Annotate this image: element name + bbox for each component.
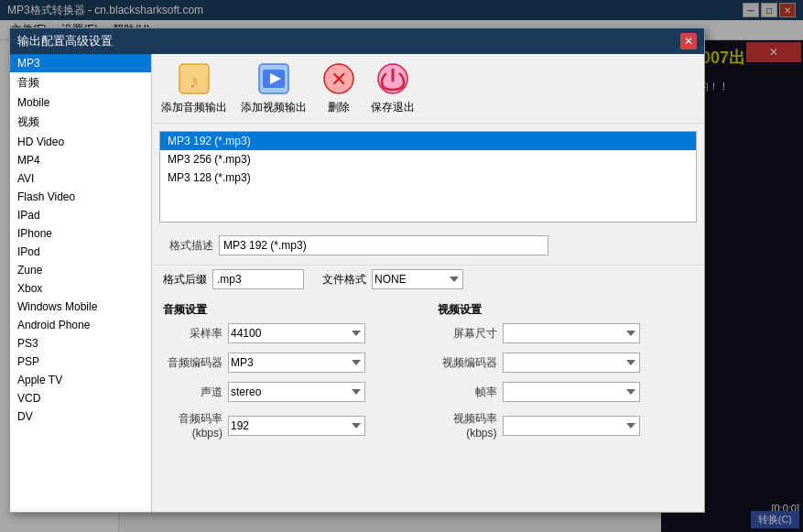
content-panel: ♪ 添加音频输出 添加视频输出	[152, 54, 704, 512]
audio-encoder-select[interactable]: MP3	[228, 353, 365, 373]
list-item[interactable]: IPad	[10, 206, 151, 224]
list-item[interactable]: IPhone	[10, 224, 151, 243]
list-item[interactable]: HD Video	[10, 133, 151, 151]
audio-encoder-row: 音频编码器 MP3	[163, 353, 419, 373]
file-format-select[interactable]: NONE	[372, 269, 463, 289]
sample-rate-select[interactable]: 44100	[228, 323, 365, 343]
audio-settings-title: 音频设置	[163, 302, 419, 318]
screen-size-label: 屏幕尺寸	[438, 326, 497, 342]
output-config-dialog: 输出配置高级设置 ✕ MP3音频Mobile视频HD VideoMP4AVIFl…	[9, 27, 705, 513]
list-item[interactable]: Windows Mobile	[10, 298, 151, 316]
channels-label: 声道	[163, 385, 222, 400]
screen-size-select[interactable]	[503, 323, 640, 343]
dialog-close-btn[interactable]: ✕	[680, 33, 697, 49]
svg-text:✕: ✕	[331, 68, 347, 91]
file-format-label: 文件格式	[322, 272, 366, 288]
video-bitrate-label: 视频码率(kbps)	[438, 411, 497, 440]
list-item[interactable]: Flash Video	[10, 188, 151, 206]
channels-row: 声道 stereo	[163, 382, 419, 402]
add-video-label: 添加视频输出	[241, 100, 307, 115]
channels-select[interactable]: stereo	[228, 382, 365, 402]
video-encoder-label: 视频编码器	[438, 355, 497, 371]
format-list: MP3 192 (*.mp3)MP3 256 (*.mp3)MP3 128 (*…	[159, 131, 697, 223]
format-item[interactable]: MP3 256 (*.mp3)	[160, 150, 696, 168]
list-item[interactable]: Zune	[10, 261, 151, 279]
audio-bitrate-select[interactable]: 192	[228, 416, 365, 436]
video-bitrate-select[interactable]	[503, 416, 640, 436]
save-exit-label: 保存退出	[371, 100, 415, 115]
settings-columns: 音频设置 采样率 44100 音频编码器 MP3 声道	[152, 295, 704, 456]
dialog-body: MP3音频Mobile视频HD VideoMP4AVIFlash VideoIP…	[10, 54, 704, 512]
delete-btn[interactable]: ✕ 删除	[320, 61, 357, 115]
list-item[interactable]: Apple TV	[10, 371, 151, 389]
sample-rate-label: 采样率	[163, 326, 222, 342]
delete-label: 删除	[328, 100, 350, 115]
music-note-icon: ♪	[176, 61, 212, 96]
video-encoder-select[interactable]	[503, 353, 640, 373]
format-item[interactable]: MP3 128 (*.mp3)	[160, 168, 696, 187]
delete-icon: ✕	[320, 61, 357, 96]
desc-input[interactable]	[219, 235, 548, 255]
suffix-input[interactable]	[212, 269, 304, 289]
list-item[interactable]: PS3	[10, 334, 151, 353]
video-encoder-row: 视频编码器	[438, 353, 694, 373]
format-suffix-row: 格式后缀 文件格式 NONE	[152, 269, 704, 295]
video-bitrate-row: 视频码率(kbps)	[438, 411, 694, 440]
sample-rate-row: 采样率 44100	[163, 323, 419, 343]
add-audio-label: 添加音频输出	[161, 100, 227, 115]
save-exit-btn[interactable]: 保存退出	[371, 61, 415, 115]
list-item[interactable]: 音频	[10, 72, 151, 93]
list-item[interactable]: MP4	[10, 151, 151, 169]
film-icon	[255, 61, 292, 96]
list-item[interactable]: AVI	[10, 169, 151, 188]
list-item[interactable]: PSP	[10, 353, 151, 371]
audio-bitrate-row: 音频码率(kbps) 192	[163, 411, 419, 440]
list-item[interactable]: Mobile	[10, 93, 151, 112]
list-item[interactable]: Android Phone	[10, 316, 151, 334]
power-icon	[374, 61, 411, 96]
audio-settings-col: 音频设置 采样率 44100 音频编码器 MP3 声道	[163, 302, 419, 449]
screen-size-row: 屏幕尺寸	[438, 323, 694, 343]
dialog-titlebar: 输出配置高级设置 ✕	[10, 28, 704, 54]
desc-label: 格式描述	[163, 238, 213, 254]
list-item[interactable]: Xbox	[10, 279, 151, 298]
toolbar: ♪ 添加音频输出 添加视频输出	[152, 54, 704, 124]
audio-bitrate-label: 音频码率(kbps)	[163, 411, 222, 440]
list-item[interactable]: DV	[10, 407, 151, 426]
svg-text:♪: ♪	[190, 70, 200, 92]
frame-rate-row: 帧率	[438, 382, 694, 402]
add-audio-btn[interactable]: ♪ 添加音频输出	[161, 61, 227, 115]
format-item[interactable]: MP3 192 (*.mp3)	[160, 132, 696, 150]
add-video-btn[interactable]: 添加视频输出	[241, 61, 307, 115]
list-item[interactable]: VCD	[10, 389, 151, 407]
desc-row: 格式描述	[152, 230, 704, 261]
list-item[interactable]: 视频	[10, 112, 151, 133]
format-category-list: MP3音频Mobile视频HD VideoMP4AVIFlash VideoIP…	[10, 54, 152, 512]
video-settings-col: 视频设置 屏幕尺寸 视频编码器 帧率	[438, 302, 694, 449]
suffix-label: 格式后缀	[163, 272, 207, 288]
frame-rate-select[interactable]	[503, 382, 640, 402]
list-item[interactable]: IPod	[10, 243, 151, 261]
audio-encoder-label: 音频编码器	[163, 355, 222, 371]
video-settings-title: 视频设置	[438, 302, 694, 318]
dialog-title: 输出配置高级设置	[17, 33, 113, 49]
frame-rate-label: 帧率	[438, 385, 497, 400]
list-item[interactable]: MP3	[10, 54, 151, 72]
